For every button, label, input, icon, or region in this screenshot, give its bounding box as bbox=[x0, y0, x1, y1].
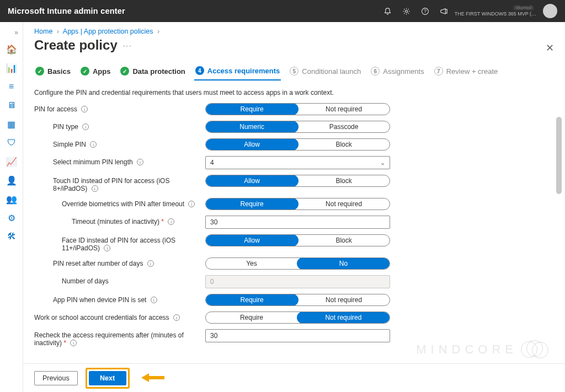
segment-block[interactable]: Block bbox=[298, 175, 390, 186]
close-blade-icon[interactable]: ✕ bbox=[546, 42, 554, 54]
segment-no[interactable]: No bbox=[297, 257, 390, 270]
field-label: PIN reset after number of days bbox=[34, 257, 205, 267]
help-icon[interactable]: ? bbox=[416, 0, 435, 22]
step-basics[interactable]: Basics bbox=[34, 65, 72, 80]
segment-require[interactable]: Require bbox=[205, 198, 299, 210]
field-label: Work or school account credentials for a… bbox=[34, 312, 205, 321]
product-title: Microsoft Intune admin center bbox=[8, 7, 125, 15]
breadcrumb: Home › Apps | App protection policies › bbox=[23, 22, 565, 35]
info-icon[interactable] bbox=[92, 185, 98, 192]
field-label: App PIN when device PIN is set bbox=[34, 294, 205, 304]
segment-yes[interactable]: Yes bbox=[206, 258, 297, 269]
segment-block[interactable]: Block bbox=[298, 235, 390, 246]
field-pin-for-access: PIN for access RequireNot required bbox=[34, 103, 550, 115]
field-label: Touch ID instead of PIN for access (iOS … bbox=[34, 175, 205, 192]
segment-allow[interactable]: Allow bbox=[205, 138, 299, 151]
info-icon[interactable] bbox=[168, 218, 174, 225]
step-conditional-launch[interactable]: 5Conditional launch bbox=[289, 65, 362, 80]
segmented-control[interactable]: AllowBlock bbox=[205, 138, 390, 151]
rail-home[interactable]: 🏠 bbox=[0, 40, 23, 58]
rail-all-services[interactable]: ≡ bbox=[0, 77, 23, 96]
text-input[interactable] bbox=[205, 216, 390, 229]
info-icon[interactable] bbox=[81, 106, 88, 112]
rail-tenant-admin[interactable]: ⚙ bbox=[0, 208, 23, 227]
breadcrumb-apps[interactable]: Apps | App protection policies bbox=[63, 28, 153, 35]
info-icon[interactable] bbox=[82, 123, 89, 130]
text-input bbox=[205, 275, 390, 288]
more-actions-icon[interactable]: ··· bbox=[123, 41, 132, 50]
info-icon[interactable] bbox=[151, 297, 157, 303]
account-avatar[interactable] bbox=[543, 4, 557, 18]
rail-users[interactable]: 👤 bbox=[0, 171, 23, 190]
segmented-control[interactable]: RequireNot required bbox=[205, 294, 390, 306]
step-data-protection[interactable]: Data protection bbox=[119, 65, 186, 80]
wizard-footer: Previous Next bbox=[23, 363, 565, 392]
rail-groups[interactable]: 👥 bbox=[0, 190, 23, 208]
field-simple-pin: Simple PIN AllowBlock bbox=[34, 138, 550, 151]
segmented-control[interactable]: RequireNot required bbox=[205, 103, 390, 115]
segmented-control[interactable]: AllowBlock bbox=[205, 175, 390, 187]
field-label: PIN for access bbox=[34, 103, 205, 113]
rail-devices[interactable]: 🖥 bbox=[0, 96, 23, 115]
text-input[interactable] bbox=[205, 329, 390, 342]
field-override-bio: Override biometrics with PIN after timeo… bbox=[34, 198, 550, 210]
segment-allow[interactable]: Allow bbox=[205, 234, 299, 246]
info-icon[interactable] bbox=[137, 159, 143, 165]
info-icon[interactable] bbox=[104, 245, 110, 251]
info-icon[interactable] bbox=[70, 340, 77, 346]
segment-require[interactable]: Require bbox=[205, 294, 299, 306]
segmented-control[interactable]: AllowBlock bbox=[205, 234, 390, 246]
step-review-create[interactable]: 7Review + create bbox=[433, 65, 499, 80]
breadcrumb-home[interactable]: Home bbox=[34, 28, 52, 35]
rail-troubleshoot[interactable]: 🛠 bbox=[0, 227, 23, 246]
scrollbar[interactable] bbox=[555, 117, 563, 359]
info-icon[interactable] bbox=[90, 141, 97, 148]
rail-dashboard[interactable]: 📊 bbox=[0, 58, 23, 77]
segment-allow[interactable]: Allow bbox=[205, 175, 299, 187]
segmented-control[interactable]: RequireNot required bbox=[205, 312, 390, 324]
notifications-icon[interactable] bbox=[379, 0, 397, 22]
segment-passcode[interactable]: Passcode bbox=[298, 121, 390, 132]
select-input[interactable]: 4⌄ bbox=[205, 156, 390, 169]
segment-require[interactable]: Require bbox=[205, 103, 299, 115]
watermark: MINDCORE bbox=[416, 340, 551, 359]
previous-button[interactable]: Previous bbox=[34, 371, 78, 385]
global-header: Microsoft Intune admin center ? （blurred… bbox=[0, 0, 565, 22]
svg-point-0 bbox=[406, 10, 408, 12]
field-timeout: Timeout (minutes of inactivity) * bbox=[34, 216, 550, 229]
segment-not-required[interactable]: Not required bbox=[297, 312, 390, 324]
info-icon[interactable] bbox=[147, 260, 154, 267]
page: Home › Apps | App protection policies › … bbox=[23, 22, 565, 392]
field-label: Simple PIN bbox=[34, 138, 205, 148]
field-pin-type: PIN type NumericPasscode bbox=[34, 121, 550, 133]
segment-numeric[interactable]: Numeric bbox=[205, 121, 299, 133]
rail-collapse-icon[interactable]: » bbox=[0, 25, 23, 40]
page-title: Create policy bbox=[34, 37, 118, 53]
segment-block[interactable]: Block bbox=[298, 139, 390, 150]
field-num-days: Number of days bbox=[34, 275, 550, 288]
rail-endpoint-security[interactable]: 🛡 bbox=[0, 133, 23, 152]
settings-icon[interactable] bbox=[397, 0, 416, 22]
segment-not-required[interactable]: Not required bbox=[298, 104, 390, 115]
rail-reports[interactable]: 📈 bbox=[0, 152, 23, 171]
segment-not-required[interactable]: Not required bbox=[298, 294, 390, 305]
segmented-control[interactable]: YesNo bbox=[205, 257, 390, 270]
rail-apps[interactable]: ▦ bbox=[0, 115, 23, 133]
step-apps[interactable]: Apps bbox=[79, 65, 112, 80]
step-access-requirements[interactable]: 4Access requirements bbox=[194, 64, 281, 80]
tenant-info[interactable]: （blurred） THE FIRST WINDOWS 365 MVP (… bbox=[455, 5, 536, 17]
feedback-icon[interactable] bbox=[435, 0, 454, 22]
next-button[interactable]: Next bbox=[89, 371, 126, 385]
info-icon[interactable] bbox=[188, 201, 195, 207]
field-app-pin: App PIN when device PIN is set RequireNo… bbox=[34, 294, 550, 306]
segment-not-required[interactable]: Not required bbox=[298, 198, 390, 210]
field-label: Timeout (minutes of inactivity) * bbox=[34, 216, 205, 225]
segment-require[interactable]: Require bbox=[206, 312, 297, 323]
nav-rail: » 🏠📊≡🖥▦🛡📈👤👥⚙🛠 bbox=[0, 22, 23, 392]
field-face-id: Face ID instead of PIN for access (iOS 1… bbox=[34, 234, 550, 252]
info-icon[interactable] bbox=[173, 314, 180, 321]
segmented-control[interactable]: RequireNot required bbox=[205, 198, 390, 210]
segmented-control[interactable]: NumericPasscode bbox=[205, 121, 390, 133]
step-assignments[interactable]: 6Assignments bbox=[370, 65, 425, 80]
field-label: Select minimum PIN length bbox=[34, 156, 205, 166]
